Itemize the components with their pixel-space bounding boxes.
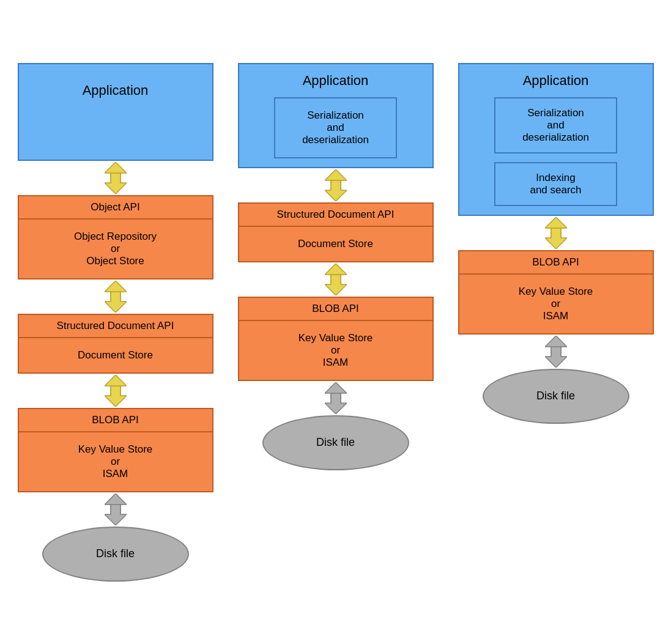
blob-api-header-3: BLOB API <box>459 251 653 275</box>
svg-marker-11 <box>325 275 347 295</box>
svg-marker-5 <box>105 386 127 407</box>
app-title-3: Application <box>468 73 644 89</box>
document-store-1: Document Store <box>19 338 212 372</box>
svg-marker-1 <box>105 173 127 194</box>
document-store-2: Document Store <box>239 227 432 261</box>
app-title-2: Application <box>248 73 424 89</box>
arrow-yellow-4 <box>325 169 347 201</box>
arrow-yellow-1 <box>105 162 127 194</box>
disk-file-1: Disk file <box>42 527 189 582</box>
indexing-search-box: Indexingand search <box>494 162 618 206</box>
svg-marker-15 <box>545 228 567 249</box>
blob-api-group-3: BLOB API Key Value StoreorISAM <box>458 250 654 335</box>
key-value-store-3: Key Value StoreorISAM <box>459 275 653 333</box>
disk-file-2: Disk file <box>262 415 409 470</box>
column-1: Application Object API Object Repository… <box>18 63 213 582</box>
object-api-group: Object API Object RepositoryorObject Sto… <box>18 195 213 279</box>
svg-marker-9 <box>325 180 347 201</box>
app-box-3: Application Serializationanddeserializat… <box>458 63 654 216</box>
arrow-yellow-3 <box>105 375 127 407</box>
structured-doc-header-2: Structured Document API <box>239 204 432 227</box>
blob-api-header-1: BLOB API <box>19 409 212 432</box>
svg-marker-7 <box>105 505 127 525</box>
app-box-2: Application Serializationanddeserializat… <box>238 63 434 168</box>
svg-marker-13 <box>325 393 347 414</box>
blob-api-header-2: BLOB API <box>239 298 432 321</box>
key-value-store-1: Key Value StoreorISAM <box>19 432 212 491</box>
arrow-gray-1 <box>105 494 127 525</box>
svg-marker-17 <box>545 347 567 368</box>
column-3: Application Serializationanddeserializat… <box>458 63 654 424</box>
blob-api-group-1: BLOB API Key Value StoreorISAM <box>18 408 213 492</box>
object-api-header: Object API <box>19 196 212 220</box>
arrow-gray-2 <box>325 382 347 414</box>
arrow-yellow-5 <box>325 264 347 295</box>
arrow-gray-3 <box>545 336 567 368</box>
column-2: Application Serializationanddeserializat… <box>238 63 434 470</box>
structured-doc-group-1: Structured Document API Document Store <box>18 314 213 374</box>
arrow-yellow-2 <box>105 281 127 313</box>
object-repo-body: Object RepositoryorObject Store <box>19 220 212 278</box>
app-box-1: Application <box>18 63 213 161</box>
blob-api-group-2: BLOB API Key Value StoreorISAM <box>238 297 434 381</box>
app-title-1: Application <box>83 83 149 98</box>
structured-doc-group-2: Structured Document API Document Store <box>238 202 434 262</box>
serialization-box-1: Serializationanddeserialization <box>274 97 398 158</box>
svg-marker-3 <box>105 292 127 313</box>
key-value-store-2: Key Value StoreorISAM <box>239 321 432 380</box>
disk-file-3: Disk file <box>483 369 629 424</box>
structured-doc-header-1: Structured Document API <box>19 315 212 338</box>
serialization-box-2: Serializationanddeserialization <box>494 97 618 154</box>
diagram: Application Object API Object Repository… <box>6 45 666 600</box>
arrow-yellow-6 <box>545 217 567 249</box>
